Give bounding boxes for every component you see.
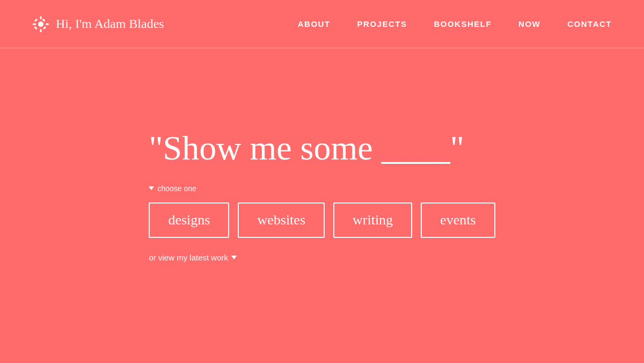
site-logo[interactable]: Hi, I'm Adam Blades <box>32 16 164 33</box>
events-button[interactable]: events <box>421 202 495 238</box>
site-header: Hi, I'm Adam Blades ABOUT PROJECTS BOOKS… <box>0 0 644 48</box>
nav-about[interactable]: ABOUT <box>298 19 331 28</box>
writing-button[interactable]: writing <box>333 202 412 238</box>
nav-bookshelf[interactable]: BOOKSHELF <box>434 19 492 28</box>
svg-rect-4 <box>46 23 49 25</box>
nav-projects[interactable]: PROJECTS <box>357 19 407 28</box>
gear-flower-icon <box>32 16 49 33</box>
choose-one-text: choose one <box>157 184 196 193</box>
svg-rect-8 <box>34 26 37 29</box>
latest-work-link[interactable]: or view my latest work <box>149 253 237 262</box>
site-title-text: Hi, I'm Adam Blades <box>56 17 164 31</box>
hero-headline: "Show me some ____" <box>149 128 464 168</box>
choose-one-label: choose one <box>149 184 196 193</box>
category-buttons-group: designs websites writing events <box>149 202 495 238</box>
chevron-down-icon <box>149 186 154 190</box>
svg-rect-1 <box>40 16 42 19</box>
designs-button[interactable]: designs <box>149 202 229 238</box>
latest-work-text: or view my latest work <box>149 253 228 262</box>
chevron-down-latest-icon <box>231 256 237 259</box>
svg-rect-6 <box>43 26 46 29</box>
svg-point-0 <box>38 21 43 27</box>
svg-rect-7 <box>42 18 45 21</box>
hero-section: "Show me some ____" choose one designs w… <box>0 48 644 363</box>
svg-rect-5 <box>34 18 38 21</box>
svg-rect-3 <box>33 23 36 25</box>
hero-content: "Show me some ____" choose one designs w… <box>149 128 495 262</box>
main-nav: ABOUT PROJECTS BOOKSHELF NOW CONTACT <box>298 19 612 28</box>
nav-now[interactable]: NOW <box>518 19 540 28</box>
websites-button[interactable]: websites <box>238 202 325 238</box>
svg-rect-2 <box>40 29 42 32</box>
nav-contact[interactable]: CONTACT <box>567 19 612 28</box>
